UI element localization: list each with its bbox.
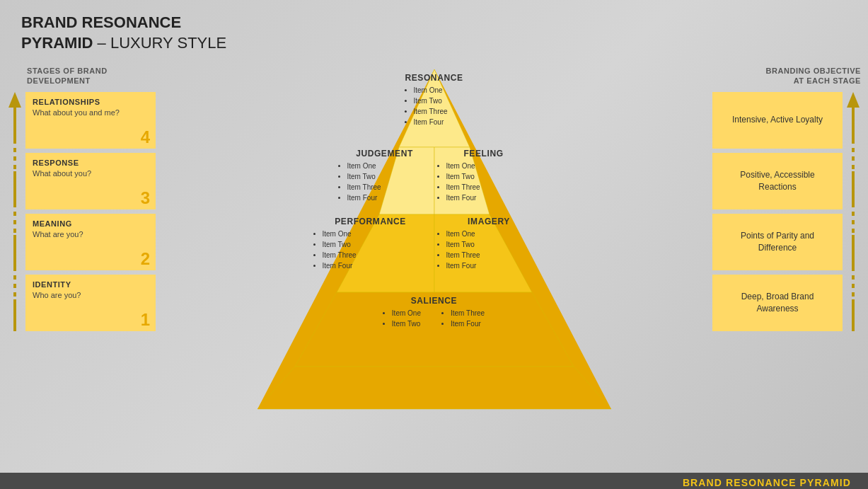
performance-item-1: Item One — [323, 229, 427, 239]
resonance-item-4: Item Four — [413, 117, 463, 127]
performance-item-4: Item Four — [323, 260, 427, 271]
performance-title: PERFORMANCE — [314, 217, 427, 226]
judgement-items: Item One Item Two Item Three Item Four — [339, 161, 431, 203]
content-area: STAGES OF BRAND DEVELOPMENT — [0, 59, 868, 473]
arrow-solid-line — [13, 108, 16, 139]
right-card-2-text: Positive, Accessible Reactions — [721, 169, 834, 193]
salience-items-right: Item Three Item Four — [442, 308, 485, 329]
resonance-items: Item One Item Two Item Three Item Four — [405, 85, 463, 127]
stage-3-desc: What about you? — [33, 168, 149, 178]
salience-item-3: Item Three — [451, 308, 485, 318]
right-arrow-col — [845, 92, 861, 331]
footer-bar: BRAND RESONANCE PYRAMID — [0, 473, 868, 489]
stage-1-desc: Who are you? — [33, 290, 149, 300]
judgement-title: JUDGEMENT — [339, 149, 431, 159]
svg-marker-0 — [8, 92, 21, 108]
feeling-item-1: Item One — [446, 161, 530, 171]
right-card-4-text: Deep, Broad Brand Awareness — [721, 291, 834, 315]
feeling-title: FEELING — [438, 149, 530, 159]
right-card-2: Positive, Accessible Reactions — [712, 153, 843, 209]
right-card-1-text: Intensive, Active Loyalty — [732, 114, 823, 126]
arrow-dashed-line-3 — [13, 267, 16, 299]
resonance-title: RESONANCE — [405, 73, 463, 83]
right-arrow-container: Intensive, Active Loyalty Positive, Acce… — [712, 92, 861, 331]
performance-item-2: Item Two — [323, 239, 427, 250]
right-arrow-dashed-1 — [852, 139, 855, 171]
salience-item-2: Item Two — [392, 318, 421, 329]
resonance-item-2: Item Two — [413, 96, 463, 106]
feeling-item-2: Item Two — [446, 171, 530, 182]
right-arrow-dashed-2 — [852, 203, 855, 235]
right-card-4: Deep, Broad Brand Awareness — [712, 275, 843, 331]
arrow-solid-line-2 — [13, 171, 16, 203]
stage-3-title: RESPONSE — [33, 159, 149, 167]
title-light: LUXURY STYLE — [110, 34, 226, 52]
svg-marker-13 — [257, 367, 611, 409]
left-arrow-col — [7, 92, 23, 331]
stage-4-number: 4 — [141, 129, 150, 146]
feeling-item-4: Item Four — [446, 192, 530, 203]
feeling-items: Item One Item Two Item Three Item Four — [438, 161, 530, 203]
stage-card-3: RESPONSE What about you? 3 — [25, 153, 156, 209]
imagery-item-4: Item Four — [446, 260, 540, 271]
right-cards: Intensive, Active Loyalty Positive, Acce… — [712, 92, 843, 331]
right-card-1: Intensive, Active Loyalty — [712, 92, 843, 149]
right-arrow-solid-3 — [852, 235, 855, 267]
right-arrow-solid-2 — [852, 171, 855, 203]
salience-item-1: Item One — [392, 308, 421, 318]
stage-4-desc: What about you and me? — [33, 108, 149, 117]
right-arrow-dashed-3 — [852, 267, 855, 299]
judgement-section: JUDGEMENT Item One Item Two Item Three I… — [339, 149, 431, 203]
arrow-solid-line-3 — [13, 235, 16, 267]
header: BRAND RESONANCE PYRAMID – LUXURY STYLE — [0, 0, 868, 59]
stages-cards: RELATIONSHIPS What about you and me? 4 R… — [25, 92, 156, 331]
stage-card-1: IDENTITY Who are you? 1 — [25, 275, 156, 331]
imagery-section: IMAGERY Item One Item Two Item Three Ite… — [438, 217, 540, 271]
svg-marker-14 — [847, 92, 860, 108]
feeling-section: FEELING Item One Item Two Item Three Ite… — [438, 149, 530, 203]
main-container: BRAND RESONANCE PYRAMID – LUXURY STYLE S… — [0, 0, 868, 489]
footer-text: BRAND RESONANCE PYRAMID — [683, 477, 851, 488]
resonance-section: RESONANCE Item One Item Two Item Three I… — [405, 73, 463, 127]
stage-1-title: IDENTITY — [33, 280, 149, 289]
judgement-item-3: Item Three — [347, 182, 431, 192]
stage-3-number: 3 — [141, 190, 150, 207]
title-separator: – — [93, 34, 110, 52]
left-sidebar: STAGES OF BRAND DEVELOPMENT — [7, 59, 156, 331]
resonance-item-1: Item One — [413, 85, 463, 96]
stage-2-desc: What are you? — [33, 229, 149, 239]
arrow-dashed-line-1 — [13, 139, 16, 171]
salience-section: SALIENCE Item One Item Two Item Three It… — [300, 296, 569, 329]
right-sidebar: BRANDING OBJECTIVE AT EACH STAGE Intensi… — [712, 59, 861, 331]
imagery-items: Item One Item Two Item Three Item Four — [438, 229, 540, 271]
stages-arrow-container: RELATIONSHIPS What about you and me? 4 R… — [7, 92, 156, 331]
judgement-item-4: Item Four — [347, 192, 431, 203]
performance-items: Item One Item Two Item Three Item Four — [314, 229, 427, 271]
center-area: RESONANCE Item One Item Two Item Three I… — [159, 59, 709, 466]
performance-section: PERFORMANCE Item One Item Two Item Three… — [314, 217, 427, 271]
imagery-item-1: Item One — [446, 229, 540, 239]
salience-item-4: Item Four — [451, 318, 485, 329]
right-card-3: Points of Parity and Difference — [712, 214, 843, 270]
judgement-item-2: Item Two — [347, 171, 431, 182]
right-sidebar-header: BRANDING OBJECTIVE AT EACH STAGE — [712, 66, 861, 92]
judgement-item-1: Item One — [347, 161, 431, 171]
stage-1-number: 1 — [141, 311, 150, 328]
left-sidebar-header: STAGES OF BRAND DEVELOPMENT — [7, 66, 156, 92]
stage-4-title: RELATIONSHIPS — [33, 98, 149, 106]
salience-items-left: Item One Item Two — [383, 308, 421, 329]
arrow-dashed-line-2 — [13, 203, 16, 235]
stage-card-2: MEANING What are you? 2 — [25, 214, 156, 270]
arrow-solid-line-4 — [13, 299, 16, 331]
imagery-item-3: Item Three — [446, 250, 540, 260]
stage-2-number: 2 — [141, 251, 150, 267]
arrow-up-icon — [8, 92, 21, 108]
right-arrow-up-icon — [847, 92, 860, 108]
imagery-title: IMAGERY — [438, 217, 540, 226]
resonance-item-3: Item Three — [413, 106, 463, 117]
stage-2-title: MEANING — [33, 219, 149, 228]
salience-items-row: Item One Item Two Item Three Item Four — [300, 308, 569, 329]
salience-title: SALIENCE — [300, 296, 569, 306]
performance-item-3: Item Three — [323, 250, 427, 260]
imagery-item-2: Item Two — [446, 239, 540, 250]
